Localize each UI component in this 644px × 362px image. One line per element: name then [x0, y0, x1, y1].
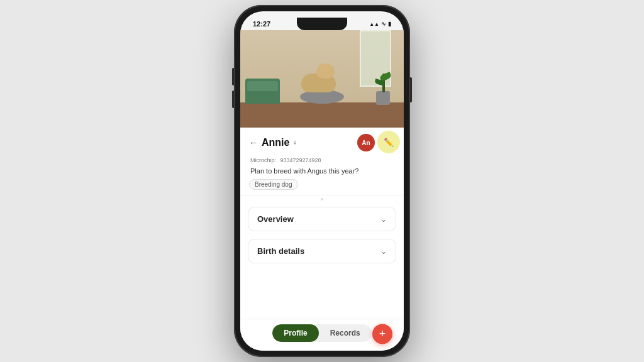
couch-cushion	[247, 81, 278, 91]
tab-profile[interactable]: Profile	[272, 324, 318, 342]
overview-accordion[interactable]: Overview ⌄	[248, 207, 396, 231]
content-area: ← Annie ♀ An 🖶 ✏️	[240, 128, 404, 319]
volume-up-button	[232, 68, 234, 85]
profile-top-row: ← Annie ♀ An 🖶 ✏️	[249, 134, 395, 151]
signal-icon: ▲▲	[369, 21, 379, 27]
nav-tab-group: Profile Records	[272, 324, 371, 342]
fab-add-button[interactable]: +	[372, 324, 392, 344]
dog-head	[317, 63, 335, 79]
microchip-label: Microchip:	[250, 157, 276, 163]
overview-title: Overview	[257, 214, 294, 224]
volume-down-button	[232, 90, 234, 108]
profile-header: ← Annie ♀ An 🖶 ✏️	[240, 128, 404, 195]
avatar-initials: An	[362, 140, 370, 146]
pet-name: Annie	[262, 137, 289, 148]
birth-details-accordion-header[interactable]: Birth details ⌄	[248, 239, 396, 263]
birth-details-title: Birth details	[257, 246, 304, 256]
microchip-info: Microchip: 9334729274928	[249, 153, 395, 165]
chevron-down-icon-2: ⌄	[380, 247, 387, 256]
gender-icon: ♀	[292, 138, 297, 147]
profile-tab-label: Profile	[284, 329, 307, 337]
phone-frame: 12:27 ▲▲ ∿ ▮	[234, 5, 410, 357]
couch	[245, 79, 280, 104]
records-tab-label: Records	[330, 329, 360, 337]
floor	[240, 102, 404, 128]
pet-name-row: Annie ♀	[262, 137, 357, 148]
back-button[interactable]: ←	[249, 136, 262, 149]
plant-pot	[376, 91, 390, 105]
note-text: Plan to breed with Angus this year?	[250, 167, 395, 175]
microchip-number: 9334729274928	[280, 157, 321, 163]
action-icons: An 🖶 ✏️	[357, 134, 395, 151]
wifi-icon: ∿	[381, 21, 386, 27]
avatar[interactable]: An	[357, 134, 375, 151]
tag-breeding: Breeding dog	[249, 179, 298, 190]
pet-photo	[240, 30, 404, 128]
divider	[321, 198, 323, 200]
phone-screen: 12:27 ▲▲ ∿ ▮	[240, 11, 404, 351]
chevron-down-icon: ⌄	[380, 215, 387, 224]
edit-button[interactable]: ✏️	[377, 131, 400, 153]
fab-plus-icon: +	[379, 327, 386, 341]
battery-icon: ▮	[388, 21, 391, 27]
power-button	[410, 77, 412, 102]
status-icons: ▲▲ ∿ ▮	[369, 21, 391, 27]
overview-accordion-header[interactable]: Overview ⌄	[248, 207, 396, 231]
birth-details-accordion[interactable]: Birth details ⌄	[248, 239, 396, 263]
notch	[297, 18, 347, 30]
bottom-nav: Profile Records +	[240, 319, 404, 351]
status-time: 12:27	[253, 20, 270, 28]
edit-icon: ✏️	[384, 138, 394, 147]
tab-records[interactable]: Records	[319, 324, 372, 342]
